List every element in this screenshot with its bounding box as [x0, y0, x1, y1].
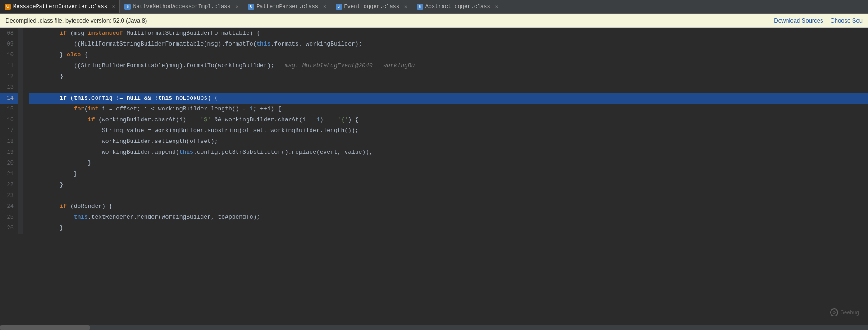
table-row: 22 } [0, 179, 868, 190]
gutter2 [23, 147, 29, 158]
info-bar: Decompiled .class file, bytecode version… [0, 14, 868, 28]
tab-messagepatternconverter[interactable]: C MessagePatternConverter.class ✕ [0, 0, 120, 14]
code-table: 08 if (msg instanceof MultiFormatStringB… [0, 28, 868, 234]
gutter2 [23, 190, 29, 201]
code-content: } [29, 71, 868, 82]
line-number: 25 [0, 212, 18, 223]
tab-label-4: EventLogger.class [344, 4, 399, 10]
code-content [29, 190, 868, 201]
line-number: 08 [0, 28, 18, 39]
code-content: workingBuilder.setLength(offset); [29, 136, 868, 147]
code-content: this.textRenderer.render(workingBuilder,… [29, 212, 868, 223]
code-content: if (msg instanceof MultiFormatStringBuil… [29, 28, 868, 39]
tab-close-3[interactable]: ✕ [323, 4, 326, 9]
table-row: 18 workingBuilder.setLength(offset); [0, 136, 868, 147]
tab-icon-1: C [5, 4, 11, 10]
code-content [29, 82, 868, 93]
gutter2 [23, 125, 29, 136]
gutter2 [23, 115, 29, 125]
code-content: for(int i = offset; i < workingBuilder.l… [29, 104, 868, 115]
gutter [18, 179, 23, 190]
code-content: } [29, 169, 868, 179]
tab-icon-3: C [248, 4, 254, 10]
gutter [18, 39, 23, 50]
scroll-thumb[interactable] [0, 325, 90, 330]
seebug-label: Seebug [841, 309, 859, 316]
info-bar-actions: Download Sources Choose Sou [774, 17, 863, 24]
line-number: 11 [0, 60, 18, 71]
gutter [18, 50, 23, 60]
gutter [18, 136, 23, 147]
code-content: } [29, 158, 868, 169]
tab-nativemethodaccessorimpl[interactable]: C NativeMethodAccessorImpl.class ✕ [120, 0, 243, 14]
gutter [18, 28, 23, 39]
gutter [18, 158, 23, 169]
gutter2 [23, 179, 29, 190]
table-row: 24 if (doRender) { [0, 201, 868, 212]
code-scroll[interactable]: 08 if (msg instanceof MultiFormatStringB… [0, 28, 868, 325]
tab-patternparser[interactable]: C PatternParser.class ✕ [243, 0, 331, 14]
download-sources-link[interactable]: Download Sources [774, 17, 823, 24]
gutter [18, 60, 23, 71]
code-area: 08 if (msg instanceof MultiFormatStringB… [0, 28, 868, 330]
line-number: 24 [0, 201, 18, 212]
table-row: 10 } else { [0, 50, 868, 60]
gutter2 [23, 60, 29, 71]
decompiled-info-text: Decompiled .class file, bytecode version… [5, 17, 147, 24]
table-row: 20 } [0, 158, 868, 169]
tab-bar: C MessagePatternConverter.class ✕ C Nati… [0, 0, 868, 14]
gutter2 [23, 28, 29, 39]
gutter2 [23, 212, 29, 223]
code-content: } else { [29, 50, 868, 60]
tab-eventlogger[interactable]: C EventLogger.class ✕ [331, 0, 412, 14]
line-number: 19 [0, 147, 18, 158]
seebug-icon: ⊙ [830, 308, 838, 316]
tab-icon-2: C [124, 4, 131, 10]
gutter [18, 223, 23, 234]
code-content: String value = workingBuilder.substring(… [29, 125, 868, 136]
gutter [18, 169, 23, 179]
gutter2 [23, 71, 29, 82]
gutter2 [23, 169, 29, 179]
line-number: 13 [0, 82, 18, 93]
table-row: 14 if (this.config != null && !this.noLo… [0, 93, 868, 104]
line-number: 22 [0, 179, 18, 190]
table-row: 17 String value = workingBuilder.substri… [0, 125, 868, 136]
code-content: if (this.config != null && !this.noLooku… [29, 93, 868, 104]
gutter [18, 115, 23, 125]
line-number: 12 [0, 71, 18, 82]
gutter [18, 82, 23, 93]
gutter [18, 147, 23, 158]
gutter2 [23, 136, 29, 147]
tab-close-1[interactable]: ✕ [112, 4, 115, 9]
line-number: 26 [0, 223, 18, 234]
tab-label-1: MessagePatternConverter.class [13, 4, 107, 10]
choose-source-link[interactable]: Choose Sou [830, 17, 863, 24]
code-content: ((StringBuilderFormattable)msg).formatTo… [29, 60, 868, 71]
table-row: 15 for(int i = offset; i < workingBuilde… [0, 104, 868, 115]
gutter2 [23, 39, 29, 50]
line-number: 09 [0, 39, 18, 50]
tab-label-5: AbstractLogger.class [425, 4, 490, 10]
gutter2 [23, 50, 29, 60]
line-number: 16 [0, 115, 18, 125]
table-row: 19 workingBuilder.append(this.config.get… [0, 147, 868, 158]
gutter2 [23, 93, 29, 104]
gutter2 [23, 104, 29, 115]
tab-abstractlogger[interactable]: C AbstractLogger.class ✕ [412, 0, 503, 14]
tab-close-5[interactable]: ✕ [495, 4, 498, 9]
gutter [18, 190, 23, 201]
tab-close-2[interactable]: ✕ [236, 4, 239, 9]
code-content: } [29, 223, 868, 234]
gutter [18, 71, 23, 82]
horizontal-scrollbar[interactable] [0, 325, 868, 330]
line-number: 20 [0, 158, 18, 169]
tab-icon-5: C [417, 4, 423, 10]
tab-close-4[interactable]: ✕ [404, 4, 407, 9]
table-row: 11 ((StringBuilderFormattable)msg).forma… [0, 60, 868, 71]
table-row: 09 ((MultiFormatStringBuilderFormattable… [0, 39, 868, 50]
table-row: 23 [0, 190, 868, 201]
line-number: 17 [0, 125, 18, 136]
code-content: if (doRender) { [29, 201, 868, 212]
code-content: } [29, 179, 868, 190]
